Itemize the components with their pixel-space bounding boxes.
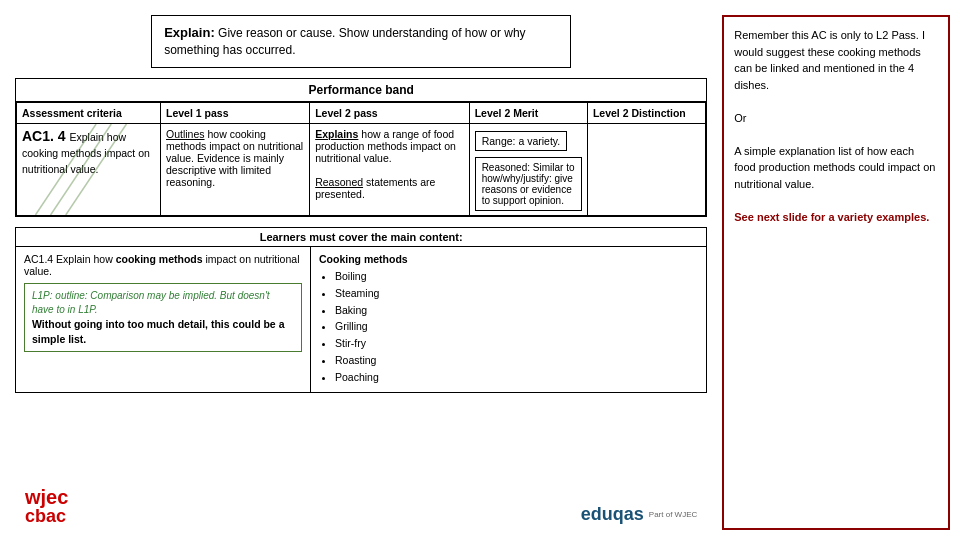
bottom-section: Learners must cover the main content: AC… [15,227,707,393]
sidebar-text3: A simple explanation list of how each fo… [734,143,938,193]
sidebar-red-text: See next slide for a variety examples. [734,209,938,226]
header-l1: Level 1 pass [161,102,310,123]
ac14-desc: Explain how cooking methods impact on nu… [22,131,150,175]
footer: wjec cbac eduqas Part of WJEC [15,482,707,530]
header-assessment: Assessment criteria [17,102,161,123]
l2-explains: Explains [315,128,358,140]
sidebar-text1: Remember this AC is only to L2 Pass. I w… [734,27,938,93]
merit-cell: Range: a variety. Reasoned: Similar to h… [469,123,587,215]
bottom-left: AC1.4 Explain how cooking methods impact… [16,247,311,392]
l1-outlines: Outlines [166,128,205,140]
explain-title: Explain: [164,25,215,40]
sidebar-text2: Or [734,110,938,127]
explain-box: Explain: Give reason or cause. Show unde… [151,15,571,68]
wjec-logo: wjec cbac [25,487,68,525]
header-distinction: Level 2 Distinction [587,102,705,123]
reasoned-box: Reasoned: Similar to how/why/justify: gi… [475,157,582,211]
header-merit: Level 2 Merit [469,102,587,123]
range-box: Range: a variety. [475,131,568,151]
explain-text: Give reason or cause. Show understanding… [164,26,525,57]
list-item: Boiling [335,268,698,285]
list-item: Poaching [335,369,698,386]
l2-reasoned: Reasoned [315,176,363,188]
ac-title: AC1.4 Explain how cooking methods impact… [24,253,302,277]
eduqas-text: eduqas [581,504,644,525]
green-box: L1P: outline: Comparison may be implied.… [24,283,302,352]
list-item: Baking [335,302,698,319]
sidebar: Remember this AC is only to L2 Pass. I w… [722,15,950,530]
without-bold: Without going into too much detail, this… [32,317,294,346]
eduqas-sub: Part of WJEC [649,510,697,519]
wjec-text: wjec [25,487,68,507]
cbac-text: cbac [25,507,66,525]
cooking-methods-list: Boiling Steaming Baking Grilling Stir-fr… [319,268,698,386]
perf-band-title: Performance band [16,79,706,102]
list-item: Steaming [335,285,698,302]
header-l2: Level 2 pass [310,102,469,123]
performance-band: Performance band Assessment criteria Lev… [15,78,707,217]
ac-title-prefix: AC1.4 Explain how [24,253,116,265]
l2-cell: Explains how a range of food production … [310,123,469,215]
eduqas-logo: eduqas Part of WJEC [581,504,697,525]
list-item: Roasting [335,352,698,369]
merit-reasoned-title: Reasoned: [482,162,530,173]
list-item: Stir-fry [335,335,698,352]
distinction-cell [587,123,705,215]
bottom-content: AC1.4 Explain how cooking methods impact… [16,247,706,392]
list-item: Grilling [335,318,698,335]
ac-title-bold: cooking methods [116,253,203,265]
l1p-italic: L1P: outline: Comparison may be implied.… [32,289,294,317]
l1-cell: Outlines how cooking methods impact on n… [161,123,310,215]
ac14-cell: AC1. 4 Explain how cooking methods impac… [17,123,161,215]
learners-title: Learners must cover the main content: [16,228,706,247]
perf-table: Assessment criteria Level 1 pass Level 2… [16,102,706,216]
ac14-code: AC1. 4 Explain how cooking methods impac… [22,128,155,176]
cooking-methods-title: Cooking methods [319,253,698,265]
bottom-right: Cooking methods Boiling Steaming Baking … [311,247,706,392]
